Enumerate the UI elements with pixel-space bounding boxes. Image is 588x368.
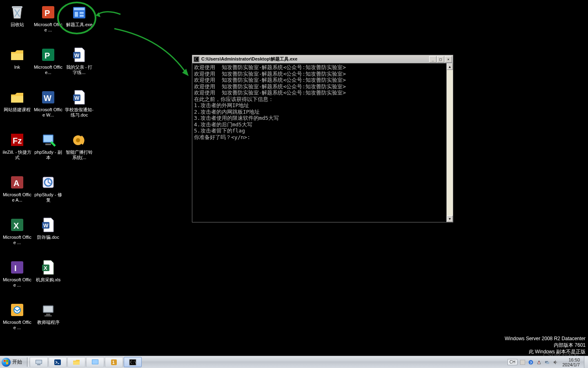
desktop-icon-infopath[interactable]: IMicrosoft Office ...: [2, 257, 33, 298]
svg-rect-21: [44, 135, 53, 142]
desktop-icon-docx[interactable]: W我的父亲 - 打字练...: [64, 44, 95, 85]
teacher-icon: [39, 301, 57, 319]
svg-rect-49: [6, 360, 8, 362]
action-center-icon[interactable]: [536, 359, 542, 365]
taskbar-item-desktop[interactable]: [86, 357, 104, 367]
network-icon[interactable]: [544, 359, 550, 365]
desktop-icon-outlook[interactable]: Microsoft Office ...: [2, 299, 33, 340]
recycle-icon: [8, 3, 26, 21]
svg-rect-22: [45, 144, 51, 145]
phpstudy2-icon: [39, 173, 57, 191]
help-icon[interactable]: ?: [528, 359, 534, 365]
desktop-icon-exe[interactable]: 解题工具.exe: [64, 2, 95, 43]
desktop-icon-excel[interactable]: XMicrosoft Office ...: [2, 214, 33, 255]
maximize-button[interactable]: □: [437, 56, 444, 63]
sound-icon[interactable]: [552, 359, 558, 365]
desktop-icon-label: 学校放假通知-练习.doc: [65, 107, 94, 118]
svg-rect-51: [6, 362, 8, 364]
taskbar[interactable]: 开始 1 C:\ CH ? 16:50: [0, 356, 588, 368]
windows-orb-icon: [2, 358, 11, 367]
svg-rect-54: [37, 364, 40, 365]
svg-rect-0: [12, 6, 22, 8]
desktop-icon-docx[interactable]: W防诈骗.doc: [33, 214, 64, 255]
desktop-icon-access[interactable]: AMicrosoft Office A...: [2, 172, 33, 213]
desktop-icon-grid: 回收站PMicrosoft Office ...解题工具.exelnkPMicr…: [2, 2, 95, 340]
desktop-icon-label: Microsoft Office W...: [33, 107, 63, 118]
taskbar-pin-powershell[interactable]: [49, 357, 67, 367]
speaker-icon: [70, 131, 88, 149]
desktop-icon-pub[interactable]: PMicrosoft Office...: [33, 44, 64, 85]
svg-text:P: P: [45, 51, 50, 60]
phpstudy-icon: [39, 131, 57, 149]
desktop-icon-folder[interactable]: lnk: [2, 44, 33, 85]
svg-text:X: X: [44, 265, 47, 271]
desktop-icon-word[interactable]: WMicrosoft Office W...: [33, 87, 64, 128]
taskbar-pin-server-manager[interactable]: [30, 357, 48, 367]
scroll-track[interactable]: [447, 70, 453, 215]
title-bar[interactable]: C: C:\Users\Administrator\Desktop\解题工具.e…: [192, 55, 453, 63]
desktop-icon-recycle[interactable]: 回收站: [2, 2, 33, 43]
filezilla-icon: Fz: [8, 131, 26, 149]
scroll-down-button[interactable]: ▼: [447, 215, 453, 222]
svg-rect-5: [75, 12, 78, 17]
desktop-icon-folder[interactable]: 网站搭建课程: [2, 87, 33, 128]
console-window[interactable]: C: C:\Users\Administrator\Desktop\解题工具.e…: [192, 55, 453, 222]
docx-icon: W: [70, 46, 88, 64]
desktop-icon-label: 教师端程序: [37, 320, 60, 325]
start-label: 开始: [12, 359, 22, 366]
exe-icon: [70, 3, 88, 21]
minimize-button[interactable]: _: [429, 56, 437, 63]
desktop-icon-label: lnk: [14, 65, 20, 70]
desktop-icon-filezilla[interactable]: FzileZill. - 快捷方式: [2, 129, 33, 170]
svg-rect-13: [11, 96, 23, 103]
svg-text:1: 1: [112, 360, 115, 365]
system-tray[interactable]: CH ? 16:50 2024/1/7: [505, 356, 584, 368]
desktop-icon-phpstudy[interactable]: phpStudy - 副本: [33, 129, 64, 170]
ppt-icon: P: [39, 3, 57, 21]
svg-rect-4: [74, 8, 85, 10]
desktop[interactable]: 回收站PMicrosoft Office ...解题工具.exelnkPMicr…: [0, 0, 588, 368]
docx-icon: W: [39, 216, 57, 234]
desktop-icon-docx[interactable]: W学校放假通知-练习.doc: [64, 87, 95, 128]
desktop-icon-speaker[interactable]: 智能广播打铃系统(...: [64, 129, 95, 170]
scrollbar[interactable]: ▲ ▼: [446, 63, 453, 222]
svg-rect-59: [92, 360, 98, 364]
desktop-icon-label: Microsoft Office A...: [2, 192, 32, 203]
svg-rect-43: [45, 315, 52, 316]
svg-text:A: A: [13, 179, 19, 188]
svg-rect-33: [11, 261, 23, 274]
start-button[interactable]: 开始: [0, 356, 26, 368]
console-output[interactable]: 欢迎使用 知攻善防实验室-解题系统<公众号:知攻善防实验室> 欢迎使用 知攻善防…: [192, 63, 446, 222]
watermark-line: Windows Server 2008 R2 Datacenter: [505, 335, 586, 342]
app-icon: C:: [193, 56, 200, 63]
desktop-icon-label: Microsoft Office ...: [2, 277, 32, 288]
taskbar-divider: [27, 357, 29, 367]
svg-point-24: [76, 138, 80, 142]
xls-icon: X: [39, 258, 57, 276]
scroll-up-button[interactable]: ▲: [447, 63, 453, 70]
desktop-icon-teacher[interactable]: 教师端程序: [33, 299, 64, 340]
show-desktop-button[interactable]: [584, 356, 588, 368]
docx-icon: W: [70, 88, 88, 106]
clock[interactable]: 16:50 2024/1/7: [561, 357, 581, 367]
svg-text:W: W: [74, 52, 80, 58]
desktop-icon-label: 解题工具.exe: [66, 22, 93, 27]
desktop-icon-phpstudy2[interactable]: phpStudy - 修复: [33, 172, 64, 213]
svg-text:X: X: [13, 221, 19, 230]
language-indicator[interactable]: CH: [508, 359, 517, 365]
svg-rect-6: [80, 12, 84, 14]
excel-icon: X: [8, 216, 26, 234]
desktop-icon-ppt[interactable]: PMicrosoft Office ...: [33, 2, 64, 43]
taskbar-pin-explorer[interactable]: [67, 357, 85, 367]
desktop-icon-label: 防诈骗.doc: [37, 235, 59, 240]
taskbar-item-1[interactable]: 1: [105, 357, 123, 367]
svg-text:?: ?: [530, 360, 532, 364]
svg-text:P: P: [45, 9, 50, 18]
desktop-icon-label: 网站搭建课程: [4, 107, 31, 112]
taskbar-item-console[interactable]: C:\: [124, 357, 142, 367]
close-button[interactable]: ✕: [445, 56, 452, 63]
desktop-icon-xls[interactable]: X机房采购.xls: [33, 257, 64, 298]
watermark-line: 内部版本 7601: [505, 342, 586, 348]
ime-icon[interactable]: [520, 359, 526, 365]
infopath-icon: I: [8, 258, 26, 276]
